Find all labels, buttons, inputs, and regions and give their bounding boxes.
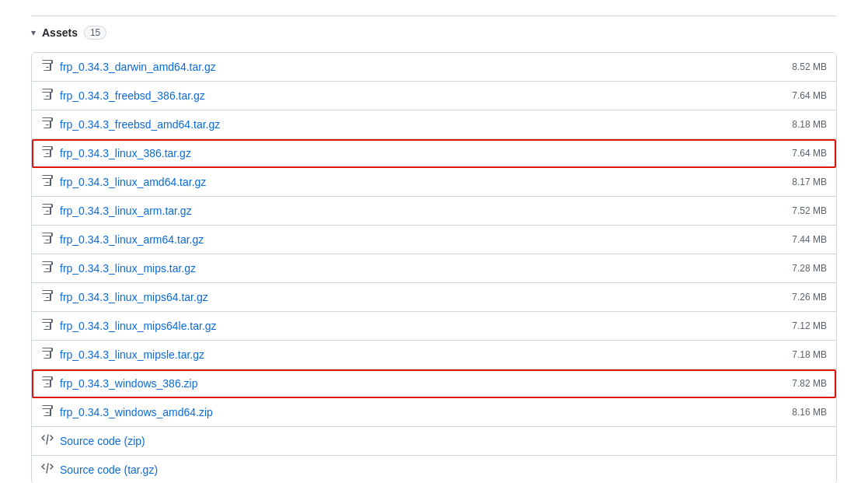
asset-link[interactable]: frp_0.34.3_windows_386.zip — [60, 377, 197, 390]
asset-item-left: frp_0.34.3_linux_mips64le.tar.gz — [41, 318, 217, 334]
asset-link[interactable]: frp_0.34.3_linux_386.tar.gz — [60, 147, 191, 159]
asset-item-left: frp_0.34.3_freebsd_amd64.tar.gz — [41, 117, 220, 132]
archive-icon — [41, 347, 54, 362]
asset-item-left: Source code (tar.gz) — [41, 462, 158, 478]
archive-icon — [41, 59, 54, 75]
chevron-icon: ▾ — [31, 27, 36, 38]
asset-item: frp_0.34.3_linux_arm.tar.gz7.52 MB — [32, 197, 836, 226]
asset-item: frp_0.34.3_linux_mips64le.tar.gz7.12 MB — [32, 312, 836, 341]
asset-size: 7.26 MB — [792, 292, 827, 303]
source-code-icon — [41, 433, 54, 449]
asset-size: 8.16 MB — [792, 407, 827, 418]
asset-item: frp_0.34.3_freebsd_386.tar.gz7.64 MB — [32, 82, 836, 110]
assets-title: Assets — [42, 26, 78, 39]
archive-icon — [41, 376, 54, 391]
asset-item: frp_0.34.3_linux_arm64.tar.gz7.44 MB — [32, 226, 836, 254]
asset-link[interactable]: frp_0.34.3_freebsd_amd64.tar.gz — [60, 118, 220, 131]
asset-link[interactable]: frp_0.34.3_linux_arm64.tar.gz — [60, 233, 204, 246]
asset-item: Source code (zip) — [32, 427, 836, 456]
asset-link[interactable]: Source code (tar.gz) — [60, 464, 158, 476]
asset-item: frp_0.34.3_linux_386.tar.gz7.64 MB — [32, 139, 836, 168]
asset-item-left: frp_0.34.3_windows_amd64.zip — [41, 404, 213, 420]
asset-item: frp_0.34.3_linux_mips.tar.gz7.28 MB — [32, 254, 836, 283]
asset-size: 7.82 MB — [792, 378, 827, 389]
asset-size: 8.52 MB — [792, 61, 827, 72]
asset-item-left: frp_0.34.3_linux_386.tar.gz — [41, 145, 191, 161]
asset-link[interactable]: frp_0.34.3_darwin_amd64.tar.gz — [60, 61, 216, 73]
archive-icon — [41, 261, 54, 276]
asset-link[interactable]: frp_0.34.3_linux_mips64le.tar.gz — [60, 320, 217, 332]
archive-icon — [41, 117, 54, 132]
archive-icon — [41, 145, 54, 161]
archive-icon — [41, 232, 54, 247]
asset-item-left: frp_0.34.3_linux_mips.tar.gz — [41, 261, 196, 276]
asset-link[interactable]: frp_0.34.3_linux_mips64.tar.gz — [60, 291, 208, 303]
asset-item: frp_0.34.3_windows_amd64.zip8.16 MB — [32, 398, 836, 427]
asset-link[interactable]: frp_0.34.3_freebsd_386.tar.gz — [60, 89, 205, 102]
asset-link[interactable]: frp_0.34.3_linux_mips.tar.gz — [60, 262, 196, 275]
asset-size: 7.44 MB — [792, 234, 827, 245]
archive-icon — [41, 318, 54, 334]
source-code-icon — [41, 462, 54, 478]
asset-item-left: frp_0.34.3_linux_arm64.tar.gz — [41, 232, 204, 247]
asset-link[interactable]: frp_0.34.3_linux_arm.tar.gz — [60, 205, 192, 217]
asset-item-left: Source code (zip) — [41, 433, 145, 449]
asset-list: frp_0.34.3_darwin_amd64.tar.gz8.52 MB fr… — [31, 52, 837, 483]
asset-link[interactable]: frp_0.34.3_linux_amd64.tar.gz — [60, 176, 206, 188]
asset-item: frp_0.34.3_linux_mips64.tar.gz7.26 MB — [32, 283, 836, 312]
asset-item: frp_0.34.3_freebsd_amd64.tar.gz8.18 MB — [32, 110, 836, 139]
asset-size: 7.18 MB — [792, 349, 827, 360]
asset-size: 7.64 MB — [792, 90, 827, 101]
main-container: ▾ Assets 15 frp_0.34.3_darwin_amd64.tar.… — [0, 0, 868, 483]
archive-icon — [41, 404, 54, 420]
asset-item: frp_0.34.3_linux_mipsle.tar.gz7.18 MB — [32, 341, 836, 369]
asset-size: 8.17 MB — [792, 177, 827, 187]
asset-item-left: frp_0.34.3_darwin_amd64.tar.gz — [41, 59, 216, 75]
archive-icon — [41, 203, 54, 219]
asset-link[interactable]: frp_0.34.3_linux_mipsle.tar.gz — [60, 348, 204, 361]
archive-icon — [41, 88, 54, 103]
archive-icon — [41, 289, 54, 305]
asset-item: frp_0.34.3_darwin_amd64.tar.gz8.52 MB — [32, 53, 836, 82]
asset-size: 8.18 MB — [792, 119, 827, 130]
asset-link[interactable]: Source code (zip) — [60, 435, 145, 447]
asset-item: frp_0.34.3_windows_386.zip7.82 MB — [32, 369, 836, 398]
asset-item-left: frp_0.34.3_freebsd_386.tar.gz — [41, 88, 205, 103]
asset-item: frp_0.34.3_linux_amd64.tar.gz8.17 MB — [32, 168, 836, 197]
asset-size: 7.28 MB — [792, 263, 827, 274]
asset-size: 7.12 MB — [792, 320, 827, 331]
asset-size: 7.52 MB — [792, 205, 827, 216]
asset-item-left: frp_0.34.3_linux_mips64.tar.gz — [41, 289, 208, 305]
archive-icon — [41, 174, 54, 190]
assets-count: 15 — [84, 26, 106, 40]
asset-item-left: frp_0.34.3_linux_amd64.tar.gz — [41, 174, 206, 190]
asset-item: Source code (tar.gz) — [32, 456, 836, 483]
asset-link[interactable]: frp_0.34.3_windows_amd64.zip — [60, 406, 213, 418]
assets-header[interactable]: ▾ Assets 15 — [31, 16, 837, 49]
asset-item-left: frp_0.34.3_linux_mipsle.tar.gz — [41, 347, 204, 362]
asset-size: 7.64 MB — [792, 148, 827, 159]
asset-item-left: frp_0.34.3_windows_386.zip — [41, 376, 197, 391]
asset-item-left: frp_0.34.3_linux_arm.tar.gz — [41, 203, 192, 219]
